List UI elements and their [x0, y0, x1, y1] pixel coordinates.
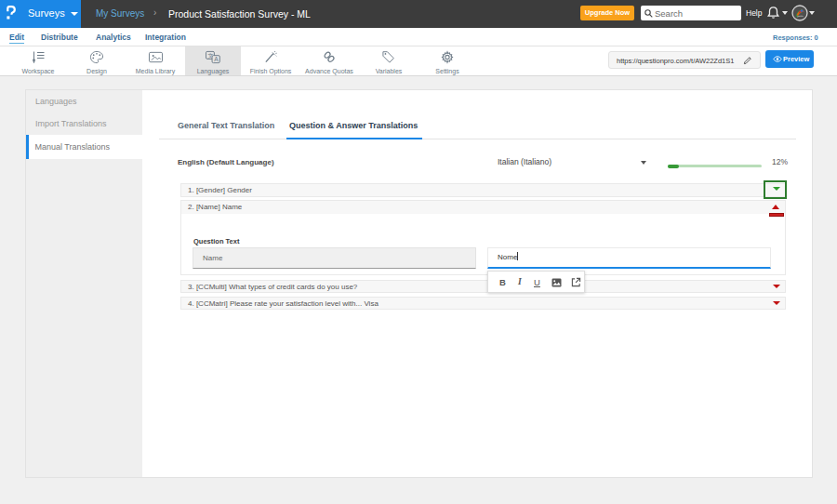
svg-text:A: A: [214, 56, 219, 62]
